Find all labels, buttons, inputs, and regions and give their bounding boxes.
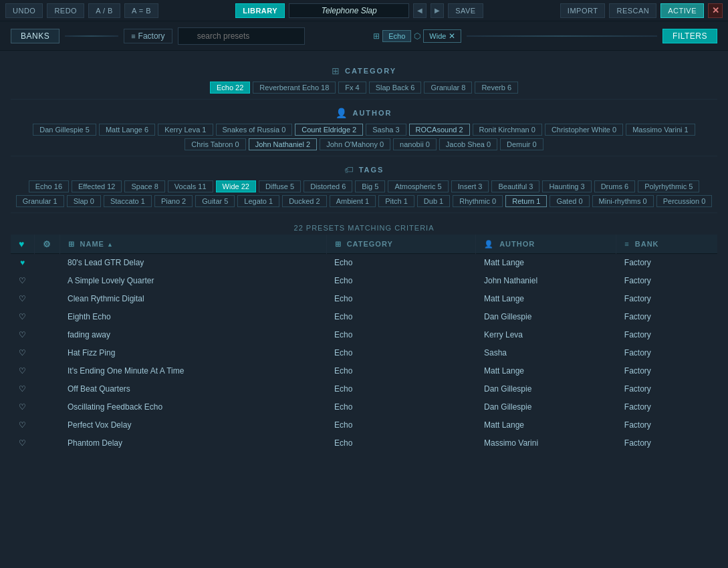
author-tag[interactable]: Jacob Shea 0 bbox=[439, 138, 497, 150]
table-row[interactable]: ♡Clean Rythmic DigitalEchoMatt LangeFact… bbox=[11, 290, 717, 308]
category-tag[interactable]: Slap Back 6 bbox=[369, 82, 422, 94]
table-row[interactable]: ♥80's Lead GTR DelayEchoMatt LangeFactor… bbox=[11, 254, 717, 272]
tag-item[interactable]: Percussion 0 bbox=[656, 195, 713, 207]
rescan-button[interactable]: RESCAN bbox=[609, 3, 656, 18]
category-tag[interactable]: Fx 4 bbox=[338, 82, 366, 94]
th-author[interactable]: 👤 AUTHOR bbox=[476, 235, 616, 254]
author-tag[interactable]: John Nathaniel 2 bbox=[249, 138, 318, 150]
author-tag[interactable]: Chris Tabron 0 bbox=[185, 138, 245, 150]
tag-item[interactable]: Diffuse 5 bbox=[259, 180, 301, 192]
tag-item[interactable]: Distorted 6 bbox=[304, 180, 352, 192]
tags-row2: Granular 1Slap 0Staccato 1Piano 2Guitar … bbox=[11, 195, 717, 207]
tag-item[interactable]: Polyrhythmic 5 bbox=[638, 180, 699, 192]
tag-item[interactable]: Big 5 bbox=[355, 180, 385, 192]
atob-button[interactable]: A = B bbox=[124, 3, 158, 18]
tag-item[interactable]: Granular 1 bbox=[16, 195, 64, 207]
tag-item[interactable]: Slap 0 bbox=[67, 195, 101, 207]
category-tag[interactable]: Echo 22 bbox=[210, 82, 250, 94]
tag-item[interactable]: Legato 1 bbox=[237, 195, 279, 207]
tag-item[interactable]: Drums 6 bbox=[594, 180, 636, 192]
table-row[interactable]: ♡Oscillating Feedback EchoEchoDan Gilles… bbox=[11, 398, 717, 416]
category-tag[interactable]: Reverb 6 bbox=[475, 82, 518, 94]
tag-item[interactable]: Beautiful 3 bbox=[491, 180, 539, 192]
tag-item[interactable]: Guitar 5 bbox=[195, 195, 235, 207]
filters-button[interactable]: FILTERS bbox=[662, 29, 717, 43]
author-tag[interactable]: Ronit Kirchman 0 bbox=[473, 124, 542, 136]
tag-item[interactable]: Return 1 bbox=[505, 195, 547, 207]
remove-wide-filter[interactable]: ✕ bbox=[449, 31, 455, 41]
table-row[interactable]: ♡Off Beat QuartersEchoDan GillespieFacto… bbox=[11, 380, 717, 398]
row-heart[interactable]: ♡ bbox=[11, 308, 34, 326]
row-heart[interactable]: ♡ bbox=[11, 326, 34, 344]
author-tag[interactable]: Massimo Varini 1 bbox=[626, 124, 695, 136]
th-settings[interactable]: ⚙ bbox=[34, 235, 59, 254]
author-tag[interactable]: Kerry Leva 1 bbox=[158, 124, 213, 136]
import-button[interactable]: IMPORT bbox=[560, 3, 606, 18]
author-tag[interactable]: Matt Lange 6 bbox=[99, 124, 155, 136]
tag-item[interactable]: Rhythmic 0 bbox=[453, 195, 503, 207]
author-tag[interactable]: Snakes of Russia 0 bbox=[216, 124, 293, 136]
tag-item[interactable]: Echo 16 bbox=[29, 180, 69, 192]
row-heart[interactable]: ♡ bbox=[11, 380, 34, 398]
author-tag[interactable]: Demuir 0 bbox=[500, 138, 543, 150]
tag-item[interactable]: Pitch 1 bbox=[378, 195, 414, 207]
tag-item[interactable]: Mini-rhythms 0 bbox=[592, 195, 654, 207]
row-heart[interactable]: ♡ bbox=[11, 362, 34, 380]
th-name[interactable]: ⊞ NAME ▲ bbox=[59, 235, 326, 254]
row-heart[interactable]: ♡ bbox=[11, 434, 34, 452]
factory-tag[interactable]: ≡ Factory bbox=[124, 29, 172, 43]
table-row[interactable]: ♡Perfect Vox DelayEchoMatt LangeFactory bbox=[11, 416, 717, 434]
tag-item[interactable]: Ambient 1 bbox=[330, 195, 376, 207]
undo-button[interactable]: UNDO bbox=[5, 3, 43, 18]
author-tag[interactable]: Dan Gillespie 5 bbox=[33, 124, 96, 136]
category-tag[interactable]: Reverberant Echo 18 bbox=[253, 82, 336, 94]
tag-item[interactable]: Piano 2 bbox=[154, 195, 193, 207]
author-tag[interactable]: Sasha 3 bbox=[366, 124, 406, 136]
tag-item[interactable]: Insert 3 bbox=[451, 180, 489, 192]
row-heart[interactable]: ♡ bbox=[11, 398, 34, 416]
table-row[interactable]: ♡Hat Fizz PingEchoSashaFactory bbox=[11, 344, 717, 362]
tag-item[interactable]: Ducked 2 bbox=[282, 195, 326, 207]
library-button[interactable]: LIBRARY bbox=[235, 3, 285, 18]
row-heart[interactable]: ♡ bbox=[11, 290, 34, 308]
table-row[interactable]: ♡Phantom DelayEchoMassimo VariniFactory bbox=[11, 434, 717, 452]
row-category: Echo bbox=[326, 326, 476, 344]
category-tag[interactable]: Granular 8 bbox=[424, 82, 472, 94]
row-heart[interactable]: ♥ bbox=[11, 254, 34, 272]
author-tag[interactable]: ROCAsound 2 bbox=[409, 124, 470, 136]
th-bank[interactable]: ≡ BANK bbox=[616, 235, 717, 254]
wide-filter-chip[interactable]: Wide ✕ bbox=[423, 29, 461, 43]
row-heart[interactable]: ♡ bbox=[11, 344, 34, 362]
tag-item[interactable]: Haunting 3 bbox=[542, 180, 591, 192]
next-preset-button[interactable]: ▶ bbox=[431, 3, 444, 18]
tag-item[interactable]: Vocals 11 bbox=[168, 180, 213, 192]
row-heart[interactable]: ♡ bbox=[11, 272, 34, 290]
tag-item[interactable]: Wide 22 bbox=[216, 180, 256, 192]
author-tag[interactable]: Christopher White 0 bbox=[545, 124, 623, 136]
table-row[interactable]: ♡A Simple Lovely QuarterEchoJohn Nathani… bbox=[11, 272, 717, 290]
close-button[interactable]: ✕ bbox=[708, 3, 723, 18]
banks-button[interactable]: BANKS bbox=[11, 29, 59, 43]
search-input[interactable] bbox=[178, 27, 305, 45]
echo-filter-chip[interactable]: Echo bbox=[382, 30, 411, 42]
ab-button[interactable]: A / B bbox=[88, 3, 120, 18]
tag-item[interactable]: Gated 0 bbox=[550, 195, 589, 207]
th-category[interactable]: ⊞ CATEGORY bbox=[326, 235, 476, 254]
prev-preset-button[interactable]: ◀ bbox=[413, 3, 427, 18]
table-row[interactable]: ♡It's Ending One Minute At A TimeEchoMat… bbox=[11, 362, 717, 380]
table-row[interactable]: ♡fading awayEchoKerry LevaFactory bbox=[11, 326, 717, 344]
tag-item[interactable]: Effected 12 bbox=[72, 180, 122, 192]
author-tag[interactable]: John O'Mahony 0 bbox=[320, 138, 390, 150]
author-tag[interactable]: nanobii 0 bbox=[393, 138, 437, 150]
author-tag[interactable]: Count Eldridge 2 bbox=[295, 124, 363, 136]
row-heart[interactable]: ♡ bbox=[11, 416, 34, 434]
row-category: Echo bbox=[326, 380, 476, 398]
active-button[interactable]: ACTIVE bbox=[660, 3, 704, 18]
tag-item[interactable]: Staccato 1 bbox=[104, 195, 152, 207]
tag-item[interactable]: Space 8 bbox=[124, 180, 164, 192]
tag-item[interactable]: Dub 1 bbox=[417, 195, 450, 207]
redo-button[interactable]: REDO bbox=[47, 3, 84, 18]
tag-item[interactable]: Atmospheric 5 bbox=[388, 180, 448, 192]
save-button[interactable]: SAVE bbox=[448, 3, 483, 18]
table-row[interactable]: ♡Eighth EchoEchoDan GillespieFactory bbox=[11, 308, 717, 326]
